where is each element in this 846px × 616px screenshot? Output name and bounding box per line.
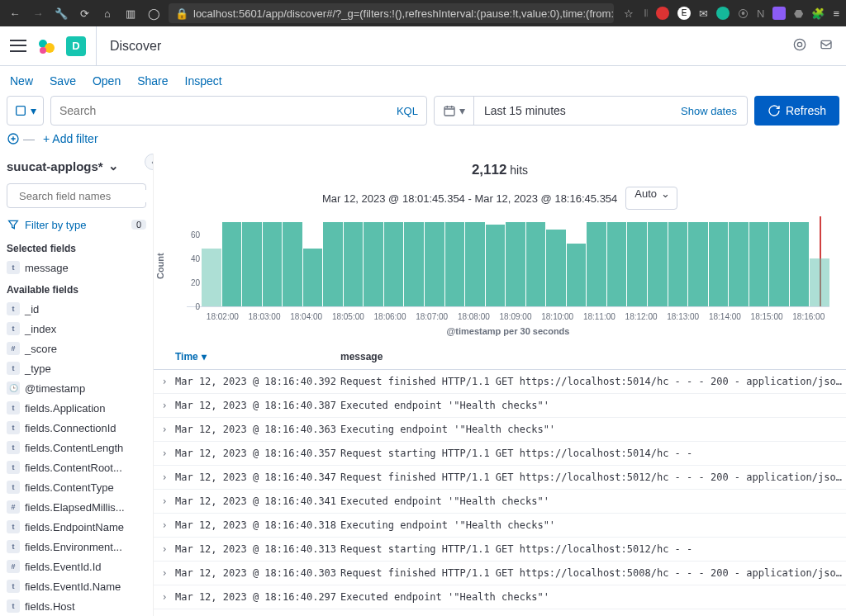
expand-row-button[interactable]: ›	[154, 400, 175, 411]
histogram-bar[interactable]	[668, 222, 688, 306]
home-icon[interactable]: ⌂	[99, 7, 116, 20]
reload-icon[interactable]: ⟳	[76, 7, 93, 20]
column-message[interactable]: message	[340, 351, 846, 362]
field-item[interactable]: t_id	[7, 299, 146, 319]
histogram-bar[interactable]	[465, 222, 485, 306]
menu-icon[interactable]: ≡	[833, 7, 839, 20]
sidebar-icon[interactable]: ▥	[122, 7, 139, 20]
histogram-bar[interactable]	[607, 222, 627, 306]
histogram-bar[interactable]	[709, 222, 729, 306]
field-item[interactable]: tfields.ContentType	[7, 477, 146, 497]
kql-toggle[interactable]: KQL	[397, 105, 418, 117]
histogram-bar[interactable]	[364, 222, 383, 306]
field-item[interactable]: tfields.Environment...	[7, 537, 146, 557]
expand-row-button[interactable]: ›	[154, 448, 175, 459]
histogram-bar[interactable]	[648, 222, 668, 306]
newsfeed-icon[interactable]	[820, 38, 836, 54]
space-badge[interactable]: D	[66, 36, 86, 56]
field-search-box[interactable]	[7, 183, 146, 208]
date-range-display[interactable]: Last 15 minutes Show dates	[474, 97, 747, 125]
histogram-bar[interactable]	[567, 244, 587, 306]
field-item[interactable]: #fields.ElapsedMillis...	[7, 497, 146, 517]
query-options-button[interactable]: ▾	[7, 96, 44, 126]
ext-icon[interactable]: ⦿	[738, 7, 749, 20]
histogram-bar[interactable]	[486, 225, 506, 306]
histogram-bar[interactable]	[810, 258, 829, 306]
ext-icon[interactable]: ⦀	[644, 7, 648, 20]
field-item[interactable]: t_type	[7, 358, 146, 378]
search-box[interactable]: KQL	[50, 96, 427, 126]
expand-row-button[interactable]: ›	[154, 567, 175, 579]
histogram-bar[interactable]	[222, 222, 242, 306]
calendar-button[interactable]: ▾	[435, 97, 474, 125]
filter-settings-button[interactable]: —	[7, 132, 35, 145]
histogram-bar[interactable]	[404, 222, 424, 306]
histogram-bar[interactable]	[587, 222, 606, 306]
ext-icon[interactable]: E	[677, 7, 691, 20]
help-icon[interactable]	[793, 38, 810, 54]
add-filter-button[interactable]: + Add filter	[43, 132, 98, 145]
field-item[interactable]: #_score	[7, 339, 146, 358]
histogram-bar[interactable]	[506, 222, 525, 306]
forward-icon[interactable]: →	[30, 7, 46, 20]
ext-icon[interactable]	[716, 7, 730, 20]
histogram-bar[interactable]	[769, 222, 789, 306]
expand-row-button[interactable]: ›	[154, 424, 175, 435]
histogram-bar[interactable]	[627, 222, 647, 306]
search-input[interactable]	[59, 104, 397, 117]
histogram-bar[interactable]	[384, 222, 404, 306]
puzzle-icon[interactable]: 🧩	[811, 7, 825, 20]
expand-row-button[interactable]: ›	[154, 471, 175, 483]
index-pattern-selector[interactable]: suucat-applogs* ⌄	[7, 154, 146, 178]
histogram-bar[interactable]	[526, 222, 546, 306]
back-icon[interactable]: ←	[7, 7, 23, 20]
field-item[interactable]: t_index	[7, 319, 146, 339]
expand-row-button[interactable]: ›	[154, 519, 175, 531]
field-item[interactable]: tfields.EndpointName	[7, 517, 146, 537]
show-dates-link[interactable]: Show dates	[681, 105, 737, 117]
histogram-bar[interactable]	[790, 222, 810, 306]
save-link[interactable]: Save	[50, 74, 76, 88]
histogram-chart[interactable]: Count 0204060 18:02:0018:03:0018:04:0018…	[154, 216, 846, 344]
devtools-icon[interactable]: 🔧	[53, 7, 69, 20]
filter-by-type-button[interactable]: Filter by type 0	[7, 213, 146, 236]
field-item[interactable]: tfields.Host	[7, 596, 146, 616]
histogram-bar[interactable]	[242, 222, 262, 306]
inspect-link[interactable]: Inspect	[185, 74, 222, 88]
expand-row-button[interactable]: ›	[154, 543, 175, 555]
expand-row-button[interactable]: ›	[154, 495, 175, 507]
histogram-bar[interactable]	[425, 222, 444, 306]
new-link[interactable]: New	[10, 74, 33, 88]
hamburger-menu[interactable]	[10, 38, 26, 54]
elastic-logo-icon[interactable]	[36, 36, 56, 56]
ext-icon[interactable]: ✉	[699, 7, 708, 20]
ext-icon[interactable]	[656, 7, 669, 20]
field-item[interactable]: tfields.ContentRoot...	[7, 457, 146, 477]
histogram-bar[interactable]	[688, 222, 708, 306]
histogram-bar[interactable]	[263, 222, 283, 306]
histogram-bar[interactable]	[546, 230, 566, 306]
histogram-bar[interactable]	[202, 249, 221, 306]
histogram-bar[interactable]	[283, 222, 302, 306]
histogram-bar[interactable]	[344, 222, 364, 306]
ext-icon[interactable]	[772, 7, 786, 20]
field-item[interactable]: #fields.EventId.Id	[7, 557, 146, 576]
field-item[interactable]: tfields.EventId.Name	[7, 576, 146, 596]
field-item[interactable]: 🕒@timestamp	[7, 378, 146, 398]
histogram-bar[interactable]	[729, 222, 749, 306]
ext-icon[interactable]: ⬣	[794, 7, 803, 20]
expand-row-button[interactable]: ›	[154, 591, 175, 603]
histogram-bar[interactable]	[303, 249, 323, 306]
expand-row-button[interactable]: ›	[154, 376, 175, 387]
interval-select[interactable]: Auto ⌄	[625, 187, 677, 210]
field-item[interactable]: tfields.Application	[7, 398, 146, 418]
column-time[interactable]: Time ▾	[175, 351, 340, 362]
open-link[interactable]: Open	[93, 74, 121, 88]
field-search-input[interactable]	[19, 190, 153, 202]
histogram-bar[interactable]	[323, 222, 343, 306]
bookmark-icon[interactable]: ☆	[620, 7, 637, 20]
field-item[interactable]: tfields.ContentLength	[7, 438, 146, 457]
field-item[interactable]: tfields.ConnectionId	[7, 418, 146, 438]
histogram-bar[interactable]	[445, 222, 465, 306]
ext-icon[interactable]: N	[757, 7, 764, 20]
